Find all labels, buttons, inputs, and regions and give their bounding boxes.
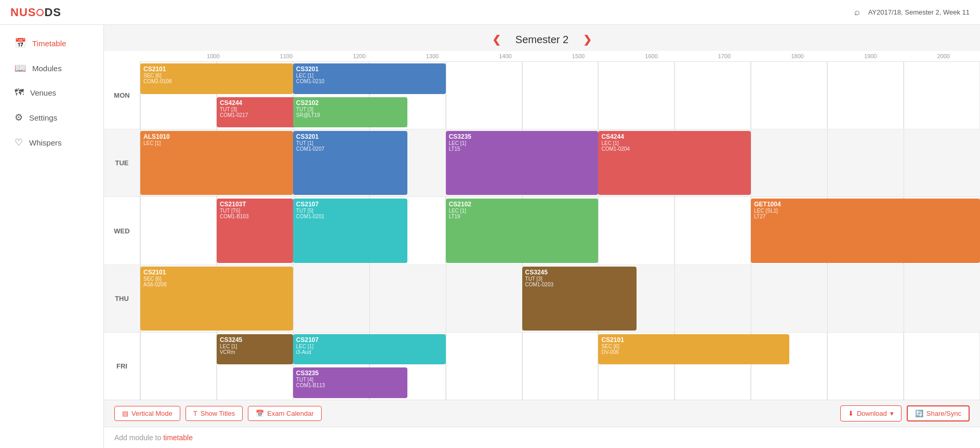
grid-line (598, 62, 599, 129)
event-cs2102-mon[interactable]: CS2102 TUT [3] SR@LT19 (293, 97, 407, 128)
event-cs2107-fri[interactable]: CS2107 LEC [1] i3-Aud (293, 334, 446, 365)
grid-line (827, 62, 828, 129)
event-code: CS2102 (296, 99, 404, 107)
event-code: GET1004 (754, 201, 977, 208)
vertical-mode-label: Vertical Mode (131, 410, 173, 417)
add-module-text: Add module to (114, 433, 163, 442)
event-cs3201-tue[interactable]: CS3201 TUT [1] COM1-0207 (293, 131, 407, 195)
grid-line (904, 333, 904, 400)
event-cs3235-fri[interactable]: CS3235 TUT [4] COM1-B113 (293, 367, 407, 398)
exam-calendar-button[interactable]: 📅 Exam Calendar (248, 406, 322, 421)
event-cs4244-tue[interactable]: CS4244 LEC [1] COM1-0204 (598, 131, 751, 195)
grid-line (674, 265, 675, 332)
event-code: CS3245 (220, 336, 290, 344)
share-sync-label: Share/Sync (926, 410, 961, 417)
show-titles-button[interactable]: T Show Titles (186, 406, 243, 421)
grid-line (369, 265, 370, 332)
day-grid-wed: CS2103T TUT [T6] COM1-B103CS2107 TUT [5]… (140, 197, 980, 264)
semester-header: ❮ Semester 2 ❯ (104, 25, 980, 51)
sidebar-item-modules[interactable]: 📖 Modules (4, 56, 99, 80)
event-type: LEC [1] (143, 140, 290, 146)
next-semester-button[interactable]: ❯ (579, 31, 596, 48)
day-label-wed: WED (104, 197, 140, 264)
event-code: ALS1010 (143, 133, 290, 140)
event-code: CS2101 (143, 65, 290, 73)
sidebar-label-whispers: Whispers (29, 138, 62, 147)
bottom-toolbar: ▤ Vertical Mode T Show Titles 📅 Exam Cal… (104, 400, 980, 427)
grid-line (751, 129, 751, 196)
sidebar-item-whispers[interactable]: ♡ Whispers (4, 130, 99, 154)
event-cs2107-wed[interactable]: CS2107 TUT [5] COM1-0201 (293, 199, 407, 262)
event-cs3245-thu[interactable]: CS3245 TUT [3] COM1-0203 (522, 267, 637, 331)
day-grid-tue: ALS1010 LEC [1] CS3201 TUT [1] COM1-0207… (140, 129, 980, 196)
day-grid-thu: CS2101 SEC [6] AS6-0208CS3245 TUT [3] CO… (140, 265, 980, 332)
time-1300: 1300 (396, 51, 469, 61)
grid-line (751, 62, 751, 129)
event-cs2101-mon1[interactable]: CS2101 SEC [6] COM2-0108 (140, 63, 293, 94)
grid-line (827, 265, 828, 332)
event-room: VCRm (220, 349, 290, 355)
event-code: CS3201 (296, 65, 443, 73)
event-cs3235-tue[interactable]: CS3235 LEC [1] LT15 (446, 131, 599, 195)
download-label: Download (857, 410, 887, 417)
event-cs3201-mon[interactable]: CS3201 LEC [1] COM1-0210 (293, 63, 446, 94)
prev-semester-button[interactable]: ❮ (488, 31, 505, 48)
event-code: CS3201 (296, 133, 404, 140)
grid-line (904, 265, 904, 332)
event-cs2101-fri[interactable]: CS2101 SEC [6] DV-006 (598, 334, 789, 365)
book-icon: 📖 (15, 62, 26, 74)
grid-line (674, 197, 675, 264)
event-cs2101-thu[interactable]: CS2101 SEC [6] AS6-0208 (140, 267, 293, 331)
event-code: CS3235 (296, 370, 404, 377)
grid-line (446, 265, 446, 332)
exam-calendar-label: Exam Calendar (267, 410, 314, 417)
event-cs2103t-wed[interactable]: CS2103T TUT [T6] COM1-B103 (217, 199, 293, 262)
share-sync-button[interactable]: 🔄 Share/Sync (907, 405, 970, 421)
show-titles-label: Show Titles (201, 410, 235, 417)
event-cs3245-fri[interactable]: CS3245 LEC [1] VCRm (217, 334, 293, 365)
logo-o (36, 9, 44, 16)
main-layout: 📅 Timetable 📖 Modules 🗺 Venues ⚙ Setting… (0, 25, 980, 448)
event-code: CS3235 (449, 133, 595, 140)
event-type: LEC [1] (220, 344, 290, 349)
event-room: LT19 (449, 214, 595, 219)
gear-icon: ⚙ (15, 112, 23, 123)
event-type: TUT [T6] (220, 208, 290, 214)
sidebar-item-timetable[interactable]: 📅 Timetable (4, 31, 99, 55)
event-room: COM1-B103 (220, 214, 290, 219)
sidebar-item-settings[interactable]: ⚙ Settings (4, 106, 99, 129)
grid-line (293, 265, 294, 332)
topbar: NUSDS ⌕ AY2017/18, Semester 2, Week 11 (0, 0, 980, 25)
time-1600: 1600 (615, 51, 688, 61)
sidebar-label-timetable: Timetable (32, 39, 66, 48)
event-room: SR@LT19 (296, 112, 404, 118)
event-room: LT15 (449, 146, 595, 152)
event-als1010-tue[interactable]: ALS1010 LEC [1] (140, 131, 293, 195)
event-cs2102-wed[interactable]: CS2102 LEC [1] LT19 (446, 199, 599, 262)
event-get1004-wed[interactable]: GET1004 LEC [SL1] LT27 (751, 199, 980, 262)
logo-mods: DS (44, 6, 61, 19)
vertical-mode-icon: ▤ (122, 410, 128, 417)
day-row-fri: FRI CS3245 LEC [1] VCRmCS2107 LEC [1] i3… (104, 333, 980, 400)
vertical-mode-button[interactable]: ▤ Vertical Mode (114, 406, 180, 421)
download-button[interactable]: ⬇ Download ▾ (840, 405, 902, 421)
day-grid-fri: CS3245 LEC [1] VCRmCS2107 LEC [1] i3-Aud… (140, 333, 980, 400)
search-icon[interactable]: ⌕ (854, 7, 860, 18)
event-room: COM1-0207 (296, 146, 404, 152)
sidebar-item-venues[interactable]: 🗺 Venues (4, 81, 99, 104)
event-code: CS2102 (449, 201, 595, 208)
day-grid-mon: CS2101 SEC [6] COM2-0108CS3201 LEC [1] C… (140, 62, 980, 129)
event-code: CS2103T (220, 201, 290, 208)
grid-line (522, 333, 523, 400)
logo-nus: NUS (10, 6, 36, 19)
event-type: LEC [1] (449, 140, 595, 146)
heart-icon: ♡ (15, 137, 23, 148)
add-module-link[interactable]: timetable (163, 433, 193, 442)
time-1000: 1000 (177, 51, 250, 61)
event-type: SEC [6] (143, 276, 290, 282)
toolbar-left: ▤ Vertical Mode T Show Titles 📅 Exam Cal… (114, 406, 322, 421)
grid-line (751, 265, 751, 332)
event-room: COM1-0201 (296, 214, 404, 219)
share-sync-icon: 🔄 (915, 410, 923, 417)
timetable-container: 1000 1100 1200 1300 1400 1500 1600 1700 … (104, 51, 980, 400)
